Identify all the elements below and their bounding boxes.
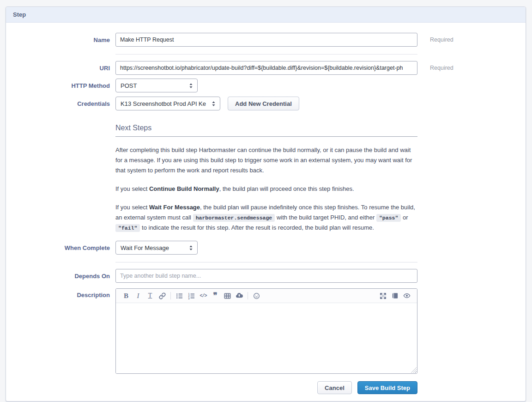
name-label: Name (12, 37, 115, 43)
uri-label: URI (12, 65, 115, 72)
toolbar-right-group (377, 289, 413, 303)
when-complete-select[interactable]: Wait For Message (115, 241, 198, 255)
name-row: Name Required (6, 33, 526, 47)
credentials-row: Credentials K13 Screenshotbot Prod API K… (6, 97, 526, 110)
http-method-selected-value: POST (121, 82, 137, 89)
emoji-icon[interactable] (250, 289, 262, 303)
description-label: Description (12, 288, 115, 302)
remarkup-toolbar: B I T 123 </> ❞ (116, 289, 417, 303)
name-input[interactable] (115, 33, 417, 47)
link-icon[interactable] (156, 289, 168, 303)
next-steps-paragraph-1: After completing this build step Harborm… (115, 145, 417, 176)
sendmessage-code: harbormaster.sendmessage (193, 214, 275, 222)
description-row: Description B I T 123 </> ❞ (6, 288, 526, 374)
row-divider (115, 54, 417, 55)
help-book-icon[interactable] (389, 289, 401, 303)
depends-on-input[interactable] (115, 269, 417, 283)
uri-required-note: Required (430, 65, 453, 71)
wait-for-message-term: Wait For Message (149, 204, 200, 211)
cancel-button[interactable]: Cancel (317, 381, 352, 394)
italic-icon[interactable]: I (132, 289, 144, 303)
uri-row: URI Required (6, 61, 526, 75)
continue-build-normally-term: Continue Build Normally (149, 185, 219, 192)
pass-code: "pass" (376, 214, 401, 222)
name-required-note: Required (430, 37, 453, 43)
credentials-selected-value: K13 Screenshotbot Prod API Ke (121, 100, 206, 107)
when-complete-selected-value: Wait For Message (121, 244, 169, 251)
upload-file-icon[interactable] (233, 289, 245, 303)
fail-code: "fail" (115, 224, 140, 232)
select-caret-icon (189, 83, 193, 89)
remarkup-editor: B I T 123 </> ❞ (115, 288, 417, 374)
table-icon[interactable] (221, 289, 233, 303)
panel-title: Step (13, 11, 26, 18)
section-divider (115, 262, 417, 262)
actions-group: Cancel Save Build Step (115, 381, 417, 394)
toolbar-separator (248, 292, 248, 299)
preview-eye-icon[interactable] (401, 289, 413, 303)
http-method-row: HTTP Method POST (6, 79, 526, 92)
monospace-icon[interactable]: T (144, 289, 156, 303)
svg-text:3: 3 (188, 297, 189, 299)
description-textarea-wrap (116, 303, 417, 373)
bold-icon[interactable]: B (120, 289, 132, 303)
unordered-list-icon[interactable] (173, 289, 185, 303)
ordered-list-icon[interactable]: 123 (185, 289, 197, 303)
select-caret-icon (189, 245, 193, 251)
credentials-label: Credentials (12, 100, 115, 107)
uri-input[interactable] (115, 61, 417, 75)
step-panel: Step Name Required URI Required HTTP Met… (6, 6, 526, 402)
when-complete-row: When Complete Wait For Message (6, 241, 526, 255)
when-complete-label: When Complete (12, 244, 115, 251)
next-steps-section: Next Steps After completing this build s… (115, 124, 417, 233)
depends-on-row: Depends On (6, 269, 526, 283)
next-steps-paragraph-3: If you select Wait For Message, the buil… (115, 202, 417, 233)
code-block-icon[interactable]: </> (197, 289, 209, 303)
next-steps-heading: Next Steps (115, 124, 417, 137)
actions-row: Cancel Save Build Step (6, 374, 526, 394)
save-build-step-button[interactable]: Save Build Step (357, 381, 417, 394)
add-new-credential-button[interactable]: Add New Credential (228, 97, 299, 110)
fullscreen-icon[interactable] (377, 289, 389, 303)
panel-header: Step (6, 7, 526, 23)
credentials-select[interactable]: K13 Screenshotbot Prod API Ke (115, 97, 220, 110)
description-textarea[interactable] (116, 303, 417, 373)
next-steps-paragraph-2: If you select Continue Build Normally, t… (115, 184, 417, 194)
depends-on-label: Depends On (12, 273, 115, 280)
quote-icon[interactable]: ❞ (209, 289, 221, 303)
toolbar-separator (170, 292, 171, 299)
http-method-label: HTTP Method (12, 82, 115, 89)
http-method-select[interactable]: POST (115, 79, 198, 92)
select-caret-icon (212, 101, 216, 107)
